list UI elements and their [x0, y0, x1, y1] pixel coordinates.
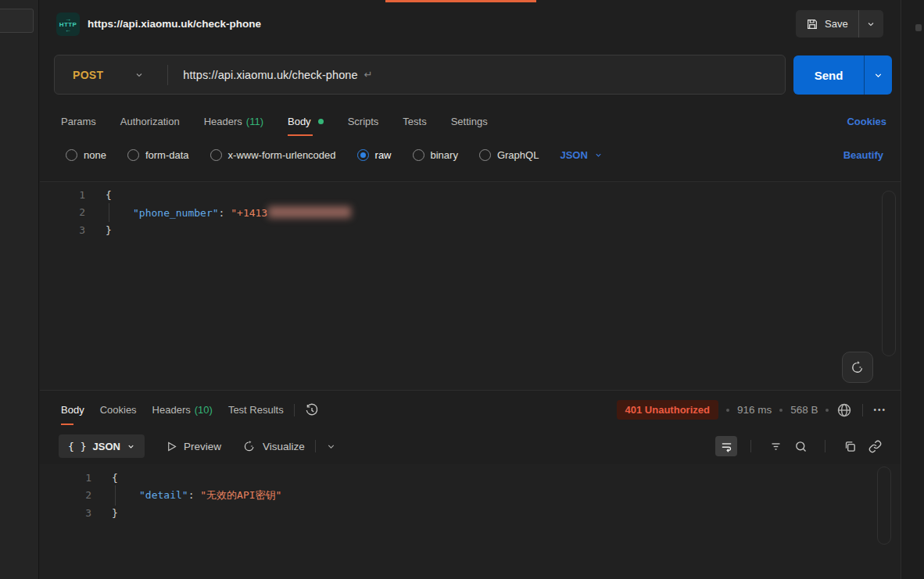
copy-button[interactable]	[839, 436, 861, 456]
line-number: 1	[40, 189, 85, 201]
save-button-label: Save	[825, 18, 848, 30]
response-tab-test-results[interactable]: Test Results	[228, 393, 284, 427]
code-token: {	[112, 472, 118, 484]
more-options-button[interactable]: •••	[873, 406, 886, 414]
request-body-editor[interactable]: 1 { 2 "phone_number": "+1413 3 }	[40, 181, 901, 391]
tab-body[interactable]: Body	[288, 104, 324, 138]
response-time[interactable]: 916 ms	[737, 404, 772, 416]
raw-language-selector[interactable]: JSON	[560, 149, 602, 161]
response-size[interactable]: 568 B	[790, 404, 818, 416]
mode-graphql-label: GraphQL	[497, 149, 539, 161]
response-body-viewer[interactable]: 1 { 2 "detail": "无效的API密钥" 3 }	[40, 464, 901, 579]
tab-scripts[interactable]: Scripts	[348, 104, 379, 138]
mode-x-www-form-urlencoded[interactable]: x-www-form-urlencoded	[210, 149, 336, 161]
response-tab-headers-label: Headers	[152, 404, 191, 416]
url-divider	[167, 65, 168, 85]
mode-none[interactable]: none	[66, 149, 106, 161]
scrollbar-track[interactable]	[877, 466, 891, 545]
tab-headers[interactable]: Headers (11)	[204, 104, 263, 138]
tab-authorization[interactable]: Authorization	[120, 104, 180, 138]
response-tab-cookies[interactable]: Cookies	[100, 393, 137, 427]
filter-button[interactable]	[765, 436, 786, 456]
body-modified-dot	[318, 119, 324, 124]
radio-icon	[210, 149, 222, 161]
radio-selected-icon	[357, 149, 369, 161]
mode-form-data[interactable]: form-data	[127, 149, 189, 161]
json-separator: :	[188, 489, 201, 501]
network-info-button[interactable]	[836, 402, 852, 418]
toolbar-chevron-down-icon[interactable]	[326, 441, 336, 452]
json-value: "无效的API密钥"	[200, 489, 281, 501]
link-button[interactable]	[864, 436, 886, 456]
word-wrap-button[interactable]	[715, 436, 737, 456]
divider	[294, 404, 295, 416]
response-tab-body[interactable]: Body	[61, 393, 84, 427]
radio-icon	[127, 149, 139, 161]
request-tabs: Params Authorization Headers (11) Body S…	[40, 104, 901, 138]
send-options-button[interactable]	[865, 55, 892, 95]
response-meta: 401 Unauthorized 916 ms 568 B •••	[617, 400, 886, 420]
code-line: 1 {	[40, 186, 901, 204]
response-toolbar-icons	[715, 436, 886, 456]
url-input[interactable]: https://api.xiaomu.uk/check-phone	[183, 69, 357, 81]
code-line: 3 }	[40, 221, 901, 239]
scrollbar-track[interactable]	[882, 191, 896, 356]
sidebar-icon-partial[interactable]	[915, 24, 922, 31]
save-split-button: Save	[796, 10, 883, 38]
mode-binary[interactable]: binary	[413, 149, 458, 161]
mode-urlencoded-label: x-www-form-urlencoded	[228, 149, 336, 161]
url-bar: POST https://api.xiaomu.uk/check-phone ↵	[54, 55, 786, 95]
save-options-button[interactable]	[859, 10, 883, 38]
play-icon	[166, 441, 177, 452]
chevron-down-icon	[594, 151, 603, 159]
response-tab-headers[interactable]: Headers (10)	[152, 393, 213, 427]
response-header: Body Cookies Headers (10) Test Results 4…	[40, 391, 901, 428]
mode-graphql[interactable]: GraphQL	[479, 149, 539, 161]
separator-dot	[726, 409, 729, 412]
line-number: 3	[40, 224, 85, 236]
response-tab-test-results-label: Test Results	[228, 404, 284, 416]
response-format-selector[interactable]: { } JSON	[59, 434, 145, 458]
send-button[interactable]: Send	[793, 55, 865, 95]
json-key: "phone_number"	[133, 207, 219, 219]
beautify-link[interactable]: Beautify	[843, 149, 883, 161]
method-selector[interactable]: POST	[73, 69, 103, 81]
raw-language-label: JSON	[560, 149, 587, 161]
tab-tests[interactable]: Tests	[403, 104, 426, 138]
preview-button[interactable]: Preview	[166, 441, 221, 452]
visualize-button[interactable]: Visualize	[242, 439, 305, 453]
status-badge[interactable]: 401 Unauthorized	[617, 400, 718, 420]
radio-icon	[66, 149, 77, 161]
code-line: 2 "phone_number": "+1413	[40, 204, 901, 222]
search-button[interactable]	[790, 436, 811, 456]
divider	[315, 440, 316, 452]
http-icon-arrow-bottom: ←	[65, 28, 71, 32]
tab-tests-label: Tests	[403, 116, 426, 127]
postbot-sparkle-icon	[850, 359, 865, 375]
chevron-down-icon	[866, 20, 876, 29]
code-content: "detail": "无效的API密钥"	[112, 488, 281, 502]
method-chevron-down-icon[interactable]	[134, 70, 144, 80]
mode-raw[interactable]: raw	[357, 149, 392, 161]
save-button[interactable]: Save	[796, 10, 859, 38]
radio-icon	[413, 149, 424, 161]
tab-params[interactable]: Params	[61, 104, 96, 138]
tab-body-label: Body	[288, 116, 311, 127]
response-history-button[interactable]	[305, 403, 319, 417]
response-tabs: Body Cookies Headers (10) Test Results	[61, 391, 284, 428]
cookies-link[interactable]: Cookies	[847, 116, 886, 127]
line-number: 1	[40, 472, 91, 484]
json-key: "detail"	[139, 489, 188, 501]
redacted-phone-blur	[268, 206, 351, 218]
response-tab-cookies-label: Cookies	[100, 404, 137, 416]
tab-scripts-label: Scripts	[348, 116, 379, 127]
postbot-button[interactable]	[842, 352, 873, 383]
tab-authorization-label: Authorization	[120, 116, 180, 127]
tab-settings[interactable]: Settings	[451, 104, 488, 138]
json-separator: :	[219, 207, 231, 219]
sidebar-collapsed-item[interactable]	[0, 9, 34, 33]
separator-dot	[826, 409, 829, 412]
request-title: https://api.xiaomu.uk/check-phone	[88, 18, 261, 30]
mode-binary-label: binary	[431, 149, 458, 161]
enter-hint-icon: ↵	[364, 69, 373, 80]
